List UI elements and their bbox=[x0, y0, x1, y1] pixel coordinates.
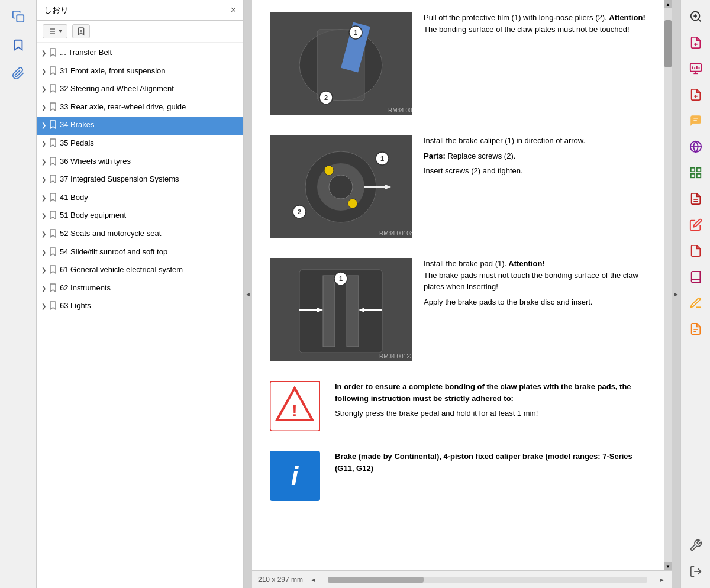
sidebar-toolbar bbox=[37, 21, 243, 43]
book-button[interactable] bbox=[685, 266, 706, 287]
svg-text:i: i bbox=[291, 461, 299, 490]
sidebar-item-35[interactable]: ❯35 Pedals bbox=[37, 135, 243, 154]
copy-icon[interactable] bbox=[8, 6, 29, 27]
expand-icon[interactable]: ❯ bbox=[41, 285, 46, 293]
expand-icon[interactable]: ❯ bbox=[41, 67, 46, 76]
document-content: 1 2 RM34 00122 Pull off the protective f… bbox=[252, 0, 664, 570]
svg-text:1: 1 bbox=[380, 155, 384, 162]
doc-red-button[interactable] bbox=[685, 240, 706, 261]
sidebar-item-33[interactable]: ❯33 Rear axle, rear-wheel drive, guide bbox=[37, 99, 243, 118]
sidebar-item-label: 61 General vehicle electrical system bbox=[60, 264, 238, 275]
expand-icon[interactable]: ❯ bbox=[41, 248, 46, 257]
footer-scroll-left[interactable]: ◂ bbox=[309, 576, 317, 584]
sidebar-item-label: 52 Seats and motorcycle seat bbox=[60, 228, 238, 239]
sidebar-item-37[interactable]: ❯37 Integrated Suspension Systems bbox=[37, 172, 243, 190]
sidebar-item-36[interactable]: ❯36 Wheels with tyres bbox=[37, 154, 243, 172]
svg-rect-68 bbox=[696, 174, 700, 177]
bookmark-left-icon[interactable] bbox=[8, 34, 29, 56]
doc-vertical-scrollbar[interactable]: ▲ ▼ bbox=[664, 0, 672, 570]
sidebar-item-51[interactable]: ❯51 Body equipment bbox=[37, 208, 243, 226]
compare-button[interactable] bbox=[685, 188, 706, 209]
expand-icon[interactable]: ❯ bbox=[41, 104, 46, 112]
sidebar-item-62[interactable]: ❯62 Instruments bbox=[37, 280, 243, 299]
right-panel-collapse-handle[interactable]: ► bbox=[672, 0, 680, 588]
bookmark-icon bbox=[49, 120, 56, 133]
scroll-down-button[interactable]: ▼ bbox=[664, 562, 672, 570]
sidebar-item-transfer-belt[interactable]: ❯... Transfer Belt bbox=[37, 45, 243, 63]
svg-rect-67 bbox=[690, 174, 694, 177]
sidebar-item-52[interactable]: ❯52 Seats and motorcycle seat bbox=[37, 226, 243, 244]
scroll-up-button[interactable]: ▲ bbox=[664, 0, 672, 8]
expand-icon[interactable]: ❯ bbox=[41, 302, 46, 311]
bookmark-icon bbox=[49, 247, 56, 260]
sidebar-item-label: 36 Wheels with tyres bbox=[60, 156, 238, 167]
info-symbol: i bbox=[270, 451, 323, 503]
pencil-red-button[interactable] bbox=[685, 214, 706, 235]
pencil-yellow-button[interactable] bbox=[685, 292, 706, 314]
sidebar-item-54[interactable]: ❯54 Slide/tilt sunroof and soft top bbox=[37, 244, 243, 263]
expand-icon[interactable]: ❯ bbox=[41, 176, 46, 184]
expand-icon[interactable]: ❯ bbox=[41, 194, 46, 202]
add-pdf-button[interactable] bbox=[685, 32, 706, 53]
svg-text:2: 2 bbox=[298, 208, 301, 215]
svg-rect-0 bbox=[17, 15, 24, 22]
expand-icon[interactable]: ❯ bbox=[41, 212, 46, 220]
bookmark-icon bbox=[49, 138, 56, 151]
footer-scroll-right[interactable]: ▸ bbox=[658, 576, 666, 584]
main-area: 1 2 RM34 00122 Pull off the protective f… bbox=[252, 0, 672, 588]
svg-text:RM34 00122: RM34 00122 bbox=[388, 107, 412, 114]
sidebar-item-label: 34 Brakes bbox=[60, 119, 238, 130]
expand-icon[interactable]: ❯ bbox=[41, 140, 46, 148]
doc-section-warning: ! In order to ensure a complete bonding … bbox=[270, 381, 646, 433]
paperclip-icon[interactable] bbox=[8, 63, 29, 84]
doc-yellow-button[interactable] bbox=[685, 318, 706, 340]
sidebar-item-label: 33 Rear axle, rear-wheel drive, guide bbox=[60, 102, 238, 112]
svg-rect-34 bbox=[347, 276, 359, 347]
sidebar-item-31[interactable]: ❯31 Front axle, front suspension bbox=[37, 63, 243, 82]
sidebar-item-32[interactable]: ❯32 Steering and Wheel Alignment bbox=[37, 81, 243, 99]
svg-point-21 bbox=[329, 175, 353, 199]
sidebar-item-34[interactable]: ❯34 Brakes bbox=[37, 117, 243, 135]
bookmark-icon bbox=[49, 301, 56, 314]
expand-icon[interactable]: ❯ bbox=[41, 266, 46, 274]
footer-scrollbar[interactable] bbox=[328, 577, 647, 583]
list-view-button[interactable] bbox=[43, 24, 67, 38]
footer-scrollbar-thumb bbox=[328, 577, 424, 583]
sidebar-close-button[interactable]: × bbox=[231, 5, 236, 15]
slide-button[interactable] bbox=[685, 58, 706, 79]
doc-image-3: 1 RM34 00123 bbox=[270, 258, 412, 363]
bookmark-icon bbox=[49, 157, 56, 170]
sidebar-panel: しおり × ❯... Transfer Belt❯31 Front axle, … bbox=[37, 0, 244, 588]
chat-button[interactable] bbox=[685, 110, 706, 131]
expand-icon[interactable]: ❯ bbox=[41, 121, 46, 130]
expand-icon[interactable]: ❯ bbox=[41, 49, 46, 57]
svg-text:RM34 00123: RM34 00123 bbox=[379, 353, 412, 360]
sidebar-item-41[interactable]: ❯41 Body bbox=[37, 190, 243, 208]
bookmark-icon bbox=[49, 193, 56, 206]
exit-button[interactable] bbox=[685, 561, 706, 582]
sidebar-item-label: 37 Integrated Suspension Systems bbox=[60, 174, 238, 185]
sidebar-item-61[interactable]: ❯61 General vehicle electrical system bbox=[37, 262, 243, 280]
add-doc-button[interactable] bbox=[685, 84, 706, 105]
grid-button[interactable] bbox=[685, 162, 706, 183]
search-zoom-button[interactable] bbox=[685, 6, 706, 27]
svg-point-23 bbox=[348, 199, 357, 208]
doc-text-warning: In order to ensure a complete bonding of… bbox=[335, 381, 646, 423]
svg-text:RM34 00108: RM34 00108 bbox=[379, 230, 412, 237]
sidebar-item-label: 35 Pedals bbox=[60, 138, 238, 148]
expand-icon[interactable]: ❯ bbox=[41, 230, 46, 238]
wrench-button[interactable] bbox=[685, 535, 706, 556]
sidebar-item-label: 63 Lights bbox=[60, 301, 238, 311]
expand-icon[interactable]: ❯ bbox=[41, 85, 46, 93]
expand-icon[interactable]: ❯ bbox=[41, 158, 46, 166]
sidebar-item-label: 31 Front axle, front suspension bbox=[60, 66, 238, 76]
sidebar-header: しおり × bbox=[37, 0, 243, 21]
doc-section-info: i Brake (made by Continental), 4-piston … bbox=[270, 451, 646, 503]
translate-button[interactable] bbox=[685, 136, 706, 157]
add-bookmark-button[interactable] bbox=[72, 24, 90, 38]
sidebar-item-label: 62 Instruments bbox=[60, 283, 238, 293]
sidebar-item-63[interactable]: ❯63 Lights bbox=[37, 298, 243, 316]
scrollbar-thumb[interactable] bbox=[664, 20, 672, 67]
sidebar-collapse-handle[interactable]: ◄ bbox=[244, 0, 252, 588]
doc-footer: 210 x 297 mm ◂ ▸ bbox=[252, 570, 672, 588]
